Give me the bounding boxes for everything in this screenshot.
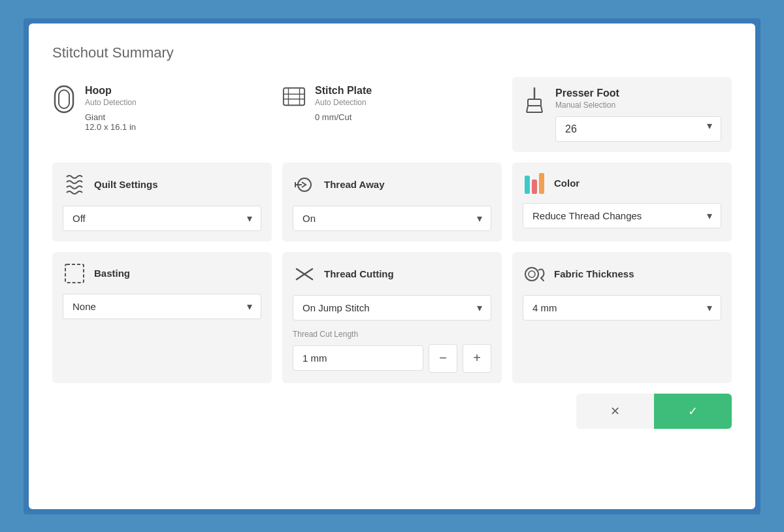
presser-foot-label: Presser Foot bbox=[555, 87, 721, 99]
cancel-button[interactable]: ✕ bbox=[576, 394, 654, 429]
hoop-subtitle: Auto Detection bbox=[85, 98, 137, 107]
thread-away-label: Thread Away bbox=[324, 179, 385, 190]
thread-cut-length-label: Thread Cut Length bbox=[293, 330, 491, 339]
confirm-icon: ✓ bbox=[688, 404, 698, 418]
svg-rect-1 bbox=[59, 90, 69, 108]
outer-border: Stitchout Summary Hoop Auto Detection Gi… bbox=[20, 14, 764, 518]
quilt-settings-icon bbox=[63, 173, 86, 196]
presser-foot-subtitle: Manual Selection bbox=[555, 101, 721, 110]
stitch-plate-subtitle: Auto Detection bbox=[315, 98, 372, 107]
settings-grid-row2: Basting None Grid Border bbox=[52, 252, 732, 383]
color-select[interactable]: Reduce Thread Changes Original Order bbox=[523, 203, 721, 228]
thread-away-icon bbox=[293, 173, 316, 196]
thread-cutting-label: Thread Cutting bbox=[324, 268, 394, 279]
thread-cutting-select[interactable]: On Jump Stitch Always Never bbox=[293, 295, 491, 321]
fabric-thickness-label: Fabric Thickness bbox=[554, 268, 634, 279]
thread-cut-decrement-button[interactable]: − bbox=[429, 344, 457, 373]
fabric-thickness-select[interactable]: 4 mm 1 mm 2 mm 3 mm 5 mm 6 mm bbox=[523, 295, 721, 321]
fabric-thickness-icon bbox=[523, 262, 546, 286]
color-icon bbox=[523, 173, 546, 194]
presser-foot-select-wrapper: 26 1 5A 20D 37 bbox=[555, 110, 721, 142]
hoop-card: Hoop Auto Detection Giant12.0 x 16.1 in bbox=[52, 77, 272, 152]
confirm-button[interactable]: ✓ bbox=[654, 394, 732, 429]
presser-foot-select[interactable]: 26 1 5A 20D 37 bbox=[555, 116, 721, 142]
stitch-plate-icon bbox=[282, 85, 306, 108]
quilt-settings-label: Quilt Settings bbox=[94, 179, 158, 190]
stitch-plate-card: Stitch Plate Auto Detection 0 mm/Cut bbox=[282, 77, 502, 152]
thread-away-select[interactable]: On Off bbox=[293, 206, 491, 231]
svg-point-18 bbox=[529, 271, 535, 277]
basting-select[interactable]: None Grid Border bbox=[63, 294, 261, 319]
basting-card: Basting None Grid Border bbox=[52, 252, 272, 383]
basting-icon bbox=[63, 262, 86, 285]
thread-cutting-card: Thread Cutting On Jump Stitch Always Nev… bbox=[282, 252, 502, 383]
cancel-icon: ✕ bbox=[610, 404, 620, 418]
dialog: Stitchout Summary Hoop Auto Detection Gi… bbox=[29, 23, 755, 509]
svg-line-9 bbox=[527, 106, 528, 112]
color-label: Color bbox=[554, 178, 580, 189]
action-row: ✕ ✓ bbox=[52, 394, 732, 429]
stitch-plate-label: Stitch Plate bbox=[315, 85, 372, 97]
hoop-value: Giant12.0 x 16.1 in bbox=[85, 112, 137, 132]
svg-rect-8 bbox=[528, 99, 541, 106]
quilt-settings-select[interactable]: Off On bbox=[63, 206, 261, 231]
fabric-thickness-card: Fabric Thickness 4 mm 1 mm 2 mm 3 mm 5 m… bbox=[512, 252, 732, 383]
color-card: Color Reduce Thread Changes Original Ord… bbox=[512, 163, 732, 242]
svg-rect-16 bbox=[65, 264, 84, 283]
thread-cut-length-section: Thread Cut Length 1 mm − + bbox=[293, 330, 491, 373]
quilt-settings-card: Quilt Settings Off On bbox=[52, 163, 272, 242]
stitch-plate-value: 0 mm/Cut bbox=[315, 112, 372, 122]
settings-grid-row1: Quilt Settings Off On bbox=[52, 163, 732, 242]
hoop-label: Hoop bbox=[85, 85, 137, 97]
thread-cutting-icon bbox=[293, 262, 316, 286]
basting-label: Basting bbox=[94, 268, 130, 279]
dialog-title: Stitchout Summary bbox=[52, 44, 732, 61]
thread-away-card: Thread Away On Off bbox=[282, 163, 502, 242]
top-row: Hoop Auto Detection Giant12.0 x 16.1 in bbox=[52, 77, 732, 152]
svg-line-10 bbox=[541, 106, 542, 112]
hoop-icon bbox=[52, 85, 76, 114]
thread-cut-increment-button[interactable]: + bbox=[463, 344, 491, 373]
presser-foot-card: Presser Foot Manual Selection 26 1 5A 20… bbox=[512, 77, 732, 152]
presser-foot-icon bbox=[523, 87, 546, 114]
thread-cut-value: 1 mm bbox=[293, 345, 423, 371]
svg-rect-2 bbox=[284, 87, 304, 105]
svg-line-19 bbox=[541, 278, 544, 281]
svg-point-17 bbox=[525, 268, 538, 281]
